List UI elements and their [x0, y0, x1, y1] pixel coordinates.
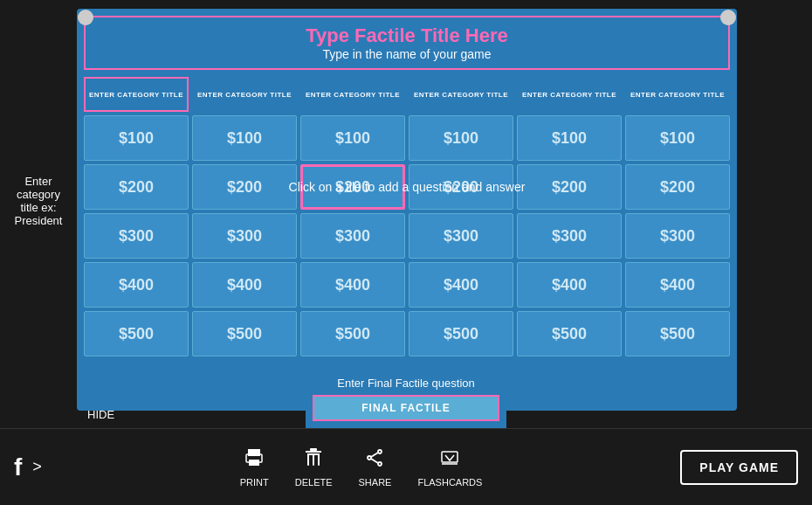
grid-row-4: $500$500$500$500$500$500 [84, 311, 730, 356]
tile-row4-col0[interactable]: $500 [84, 311, 189, 356]
final-factile-section: Enter Final Factile question FINAL FACTI… [306, 370, 506, 428]
facebook-icon[interactable]: f [14, 453, 22, 481]
tile-row0-col5[interactable]: $100 [625, 115, 730, 161]
grid-row-0: $100$100$100$100$100$100 [84, 115, 730, 161]
grid-row-3: $400$400$400$400$400$400 [84, 262, 730, 308]
hide-label[interactable]: HIDE [77, 401, 125, 428]
svg-point-12 [378, 462, 382, 466]
category-cell-4[interactable]: ENTER CATEGORY TITLE [517, 77, 622, 112]
bottom-center: PRINT DELETE [240, 447, 483, 488]
svg-rect-8 [318, 453, 320, 466]
game-board: Type Factile Title Here Type in the name… [77, 9, 737, 411]
category-cell-2[interactable]: ENTER CATEGORY TITLE [300, 77, 405, 112]
tile-row3-col1[interactable]: $400 [192, 262, 297, 308]
tile-row1-col4[interactable]: $200 [517, 164, 622, 210]
tile-row1-col3[interactable]: $200 [409, 164, 513, 210]
tile-row1-col5[interactable]: $200 [625, 164, 730, 210]
svg-rect-9 [307, 453, 320, 455]
corner-decoration-left [78, 10, 93, 25]
grid-row-1: $200$200$200$200$200$200Click on a tile … [84, 164, 730, 210]
tile-row3-col2[interactable]: $400 [300, 262, 405, 308]
category-cell-5[interactable]: ENTER CATEGORY TITLE [625, 77, 730, 112]
svg-line-13 [371, 453, 378, 457]
final-factile-input[interactable]: FINAL FACTILE [313, 395, 499, 421]
svg-rect-2 [249, 460, 259, 466]
delete-button[interactable]: DELETE [295, 447, 333, 488]
final-factile-label: Enter Final Factile question [313, 377, 499, 390]
game-subtitle: Type in the name of your game [96, 47, 718, 61]
corner-decoration-right [720, 10, 736, 25]
tile-row4-col2[interactable]: $500 [300, 311, 405, 356]
svg-point-3 [258, 456, 260, 458]
tile-row2-col0[interactable]: $300 [84, 213, 189, 259]
sidebar-instructions: Enter category title ex: President [9, 175, 68, 227]
game-title[interactable]: Type Factile Title Here [96, 24, 718, 47]
tile-row0-col0[interactable]: $100 [84, 115, 189, 161]
bottom-toolbar: f > PRINT [0, 428, 812, 505]
flashcards-icon [439, 447, 460, 474]
tile-row1-col2[interactable]: $200 [300, 164, 405, 210]
svg-rect-4 [310, 448, 317, 451]
svg-rect-7 [313, 453, 314, 466]
print-label: PRINT [240, 477, 269, 488]
svg-rect-0 [248, 449, 260, 456]
svg-line-14 [371, 459, 378, 463]
flashcards-button[interactable]: FLASHCARDS [417, 447, 482, 488]
svg-point-11 [368, 456, 371, 460]
category-cell-3[interactable]: ENTER CATEGORY TITLE [409, 77, 513, 112]
svg-rect-5 [306, 451, 321, 453]
title-bar[interactable]: Type Factile Title Here Type in the name… [84, 16, 730, 70]
print-icon [244, 447, 265, 474]
tile-row0-col3[interactable]: $100 [409, 115, 513, 161]
delete-icon [303, 447, 324, 474]
tile-row2-col4[interactable]: $300 [517, 213, 622, 259]
grid-row-2: $300$300$300$300$300$300 [84, 213, 730, 259]
svg-rect-6 [307, 453, 309, 466]
rows-container: $100$100$100$100$100$100$200$200$200$200… [84, 115, 730, 356]
tile-row3-col3[interactable]: $400 [409, 262, 513, 308]
delete-label: DELETE [295, 477, 333, 488]
tile-row0-col2[interactable]: $100 [300, 115, 405, 161]
print-button[interactable]: PRINT [240, 447, 269, 488]
tile-row3-col4[interactable]: $400 [517, 262, 622, 308]
tile-row1-col0[interactable]: $200 [84, 164, 189, 210]
categories-row: ENTER CATEGORY TITLEENTER CATEGORY TITLE… [84, 77, 730, 112]
sidebar: Enter category title ex: President [0, 0, 77, 402]
flashcards-label: FLASHCARDS [417, 477, 482, 488]
tile-row2-col2[interactable]: $300 [300, 213, 405, 259]
play-game-button[interactable]: PLAY GAME [680, 450, 798, 485]
tile-row4-col1[interactable]: $500 [192, 311, 297, 356]
tile-row4-col5[interactable]: $500 [625, 311, 730, 356]
tile-row0-col4[interactable]: $100 [517, 115, 622, 161]
tile-row4-col4[interactable]: $500 [517, 311, 622, 356]
tile-row1-col1[interactable]: $200 [192, 164, 297, 210]
tile-row2-col1[interactable]: $300 [192, 213, 297, 259]
chevron-icon[interactable]: > [32, 458, 42, 476]
bottom-left: f > [14, 453, 42, 481]
tile-row3-col0[interactable]: $400 [84, 262, 189, 308]
tile-row2-col5[interactable]: $300 [625, 213, 730, 259]
category-cell-1[interactable]: ENTER CATEGORY TITLE [192, 77, 297, 112]
tile-row3-col5[interactable]: $400 [625, 262, 730, 308]
bottom-right: PLAY GAME [680, 450, 798, 485]
share-label: SHARE [359, 477, 392, 488]
svg-point-10 [378, 450, 382, 453]
tile-row0-col1[interactable]: $100 [192, 115, 297, 161]
tile-row4-col3[interactable]: $500 [409, 311, 513, 356]
tile-row2-col3[interactable]: $300 [409, 213, 513, 259]
share-button[interactable]: SHARE [359, 447, 392, 488]
category-cell-0[interactable]: ENTER CATEGORY TITLE [84, 77, 189, 112]
share-icon [364, 447, 385, 474]
